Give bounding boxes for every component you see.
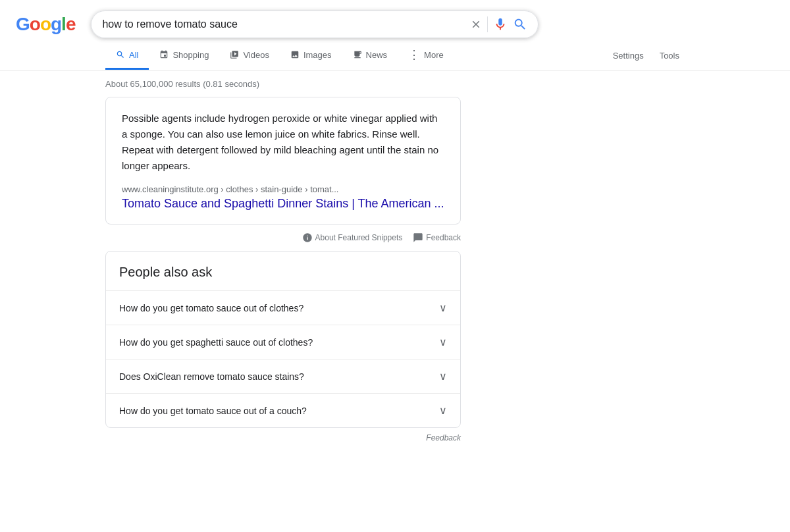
tab-news-label: News	[366, 50, 388, 60]
microphone-button[interactable]	[493, 17, 508, 32]
paa-question-2: How do you get spaghetti sauce out of cl…	[119, 337, 313, 348]
people-also-ask: People also ask How do you get tomato sa…	[105, 251, 461, 428]
header: Google	[0, 0, 790, 38]
tab-more-label: More	[424, 50, 444, 60]
tab-videos[interactable]: Videos	[219, 42, 280, 70]
snippet-link[interactable]: Tomato Sauce and Spaghetti Dinner Stains…	[122, 197, 444, 211]
main-content: Possible agents include hydrogen peroxid…	[0, 97, 461, 445]
paa-title: People also ask	[106, 252, 460, 290]
chevron-down-icon-3: ∨	[439, 370, 447, 383]
logo-l: l	[61, 14, 66, 34]
about-snippets-label: About Featured Snippets	[315, 233, 403, 242]
logo-o1: o	[30, 14, 40, 34]
search-button[interactable]	[513, 17, 527, 32]
nav-tabs: All Shopping Videos Images News ⋮ More S…	[0, 41, 790, 71]
logo-o2: o	[40, 14, 51, 34]
paa-question-3: Does OxiClean remove tomato sauce stains…	[119, 371, 304, 382]
search-input[interactable]	[102, 18, 465, 30]
divider	[487, 16, 488, 32]
snippet-feedback-button[interactable]: Feedback	[413, 232, 461, 243]
paa-question-4: How do you get tomato sauce out of a cou…	[119, 406, 307, 416]
results-count-text: About 65,100,000 results (0.81 seconds)	[105, 79, 259, 89]
about-featured-snippets-button[interactable]: About Featured Snippets	[302, 232, 403, 243]
snippet-text: Possible agents include hydrogen peroxid…	[122, 111, 444, 174]
logo-g: g	[51, 14, 61, 34]
chevron-down-icon-2: ∨	[439, 336, 447, 348]
snippet-url: www.cleaninginstitute.org › clothes › st…	[122, 184, 444, 194]
paa-item-1[interactable]: How do you get tomato sauce out of cloth…	[106, 290, 460, 325]
snippet-feedback-label: Feedback	[426, 233, 461, 242]
paa-item-4[interactable]: How do you get tomato sauce out of a cou…	[106, 393, 460, 427]
logo-e: e	[66, 14, 76, 34]
tools-link[interactable]: Tools	[654, 43, 685, 68]
settings-link[interactable]: Settings	[608, 43, 649, 68]
logo-G: G	[16, 14, 30, 34]
tab-images-label: Images	[303, 50, 332, 60]
tab-all-label: All	[129, 50, 138, 60]
nav-settings: Settings Tools	[608, 43, 685, 68]
featured-snippet: Possible agents include hydrogen peroxid…	[105, 97, 461, 225]
paa-item-2[interactable]: How do you get spaghetti sauce out of cl…	[106, 325, 460, 359]
tab-images[interactable]: Images	[280, 42, 342, 70]
chevron-down-icon-4: ∨	[439, 404, 447, 417]
search-bar	[91, 11, 539, 38]
tab-more[interactable]: ⋮ More	[398, 41, 454, 70]
bottom-feedback-label: Feedback	[426, 433, 461, 442]
tab-shopping-label: Shopping	[172, 50, 209, 60]
clear-button[interactable]	[470, 18, 482, 30]
tab-news[interactable]: News	[342, 42, 398, 70]
tab-all[interactable]: All	[105, 42, 149, 70]
chevron-down-icon-1: ∨	[439, 302, 447, 314]
paa-item-3[interactable]: Does OxiClean remove tomato sauce stains…	[106, 359, 460, 393]
tab-shopping[interactable]: Shopping	[149, 42, 219, 70]
tab-videos-label: Videos	[243, 50, 269, 60]
paa-question-1: How do you get tomato sauce out of cloth…	[119, 303, 303, 313]
google-logo[interactable]: Google	[16, 14, 75, 35]
snippet-footer: About Featured Snippets Feedback	[105, 230, 461, 251]
bottom-feedback-button[interactable]: Feedback	[105, 431, 461, 445]
results-count: About 65,100,000 results (0.81 seconds)	[0, 71, 790, 97]
